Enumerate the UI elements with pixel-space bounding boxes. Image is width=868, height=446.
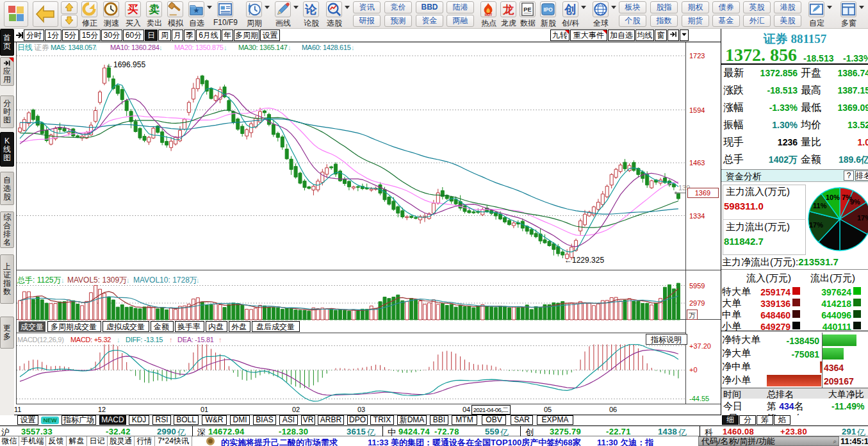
svg-text:2021-04-06,二: 2021-04-06,二	[473, 406, 509, 413]
svg-text:03: 03	[357, 406, 365, 413]
svg-text:指标说明: 指标说明	[650, 335, 682, 344]
svg-text:5959: 5959	[689, 282, 705, 290]
svg-text:买: 买	[127, 3, 138, 15]
svg-text:11%: 11%	[813, 202, 827, 210]
svg-text:盘后成交量: 盘后成交量	[256, 322, 295, 331]
svg-text:+0: +0	[689, 366, 698, 374]
svg-text:DIFF: -13.15: DIFF: -13.15	[126, 336, 163, 343]
svg-text:IPO: IPO	[543, 7, 553, 13]
svg-text:9%: 9%	[850, 198, 860, 206]
svg-text:换手率: 换手率	[177, 322, 201, 331]
svg-text:虚拟成交量: 虚拟成交量	[106, 322, 145, 331]
svg-text:02: 02	[292, 406, 300, 413]
svg-text:1369: 1369	[695, 189, 710, 197]
svg-text:↓: ↓	[61, 276, 65, 284]
svg-text:←1229.325: ←1229.325	[564, 256, 604, 265]
svg-text:-44.55: -44.55	[689, 395, 709, 402]
svg-text:DEA: -15.81: DEA: -15.81	[177, 336, 214, 343]
svg-text:1723: 1723	[689, 52, 705, 60]
svg-text:+37.20: +37.20	[689, 342, 711, 350]
svg-text:MA5: 1348.057: MA5: 1348.057	[51, 44, 96, 51]
svg-text:日线: 日线	[17, 43, 33, 52]
svg-text:MA10: 1360.284: MA10: 1360.284	[110, 44, 160, 51]
svg-text:MAVOL10: 1728万: MAVOL10: 1728万	[133, 276, 197, 285]
svg-text:MACD(12,26,9): MACD(12,26,9)	[17, 336, 64, 343]
svg-text:2979: 2979	[689, 299, 705, 307]
svg-text:总手: 1125万: 总手: 1125万	[17, 276, 61, 285]
svg-text:04: 04	[463, 406, 470, 413]
svg-text:↓: ↓	[224, 44, 227, 51]
svg-text:17%: 17%	[809, 221, 823, 229]
svg-text:1594: 1594	[689, 106, 705, 114]
svg-text:★: ★	[193, 6, 200, 14]
svg-text:17%: 17%	[857, 214, 868, 222]
svg-text:↑: ↑	[169, 336, 173, 343]
svg-text:多周期成交量: 多周期成交量	[51, 322, 97, 331]
svg-text:↓: ↓	[117, 336, 120, 343]
svg-text:成交量: 成交量	[20, 322, 44, 331]
svg-text:外盘: 外盘	[231, 322, 247, 331]
svg-text:龙: 龙	[502, 3, 514, 16]
svg-text:HOT: HOT	[485, 13, 493, 17]
svg-text:金额: 金额	[153, 322, 169, 331]
svg-text:MA60: 1428.615: MA60: 1428.615	[302, 44, 351, 51]
svg-text:MAVOL5: 1309万: MAVOL5: 1309万	[67, 276, 127, 285]
svg-text:↑: ↑	[218, 336, 222, 343]
svg-text:论: 论	[304, 3, 317, 16]
svg-text:↓: ↓	[159, 44, 162, 51]
svg-text:11: 11	[14, 406, 21, 413]
svg-text:01: 01	[201, 406, 208, 413]
svg-text:06: 06	[609, 406, 617, 413]
svg-text:MACD: +5.32: MACD: +5.32	[70, 336, 111, 343]
svg-text:↓: ↓	[351, 44, 354, 51]
svg-text:MA30: 1365.147: MA30: 1365.147	[238, 44, 288, 51]
svg-text:↓: ↓	[126, 276, 130, 284]
svg-text:证券: 证券	[34, 43, 49, 52]
svg-text:10%: 10%	[826, 194, 840, 201]
svg-text:↓: ↓	[196, 276, 200, 284]
svg-text:MA20: 1350.875: MA20: 1350.875	[174, 44, 224, 51]
svg-text:1334: 1334	[689, 212, 705, 220]
svg-text:←1696.955: ←1696.955	[106, 60, 145, 69]
svg-text:05: 05	[544, 406, 552, 413]
svg-text:1463: 1463	[689, 159, 705, 167]
svg-text:↓: ↓	[94, 44, 97, 51]
svg-text:卖: 卖	[149, 3, 160, 15]
svg-text:万: 万	[689, 311, 696, 319]
svg-text:12: 12	[98, 406, 106, 413]
svg-text:内盘: 内盘	[208, 322, 224, 331]
svg-text:↓: ↓	[288, 44, 291, 51]
svg-text:创: 创	[564, 3, 576, 16]
svg-text:PE: PE	[523, 6, 531, 13]
